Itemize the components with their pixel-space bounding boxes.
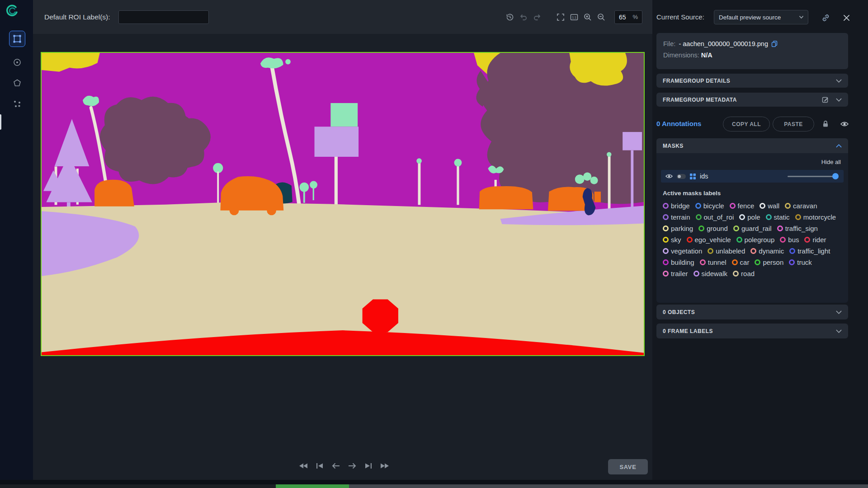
mask-label-terrain[interactable]: terrain <box>663 213 690 221</box>
mask-label-guard_rail[interactable]: guard_rail <box>733 225 772 232</box>
mask-label-rider[interactable]: rider <box>804 236 826 244</box>
mask-label-sidewalk[interactable]: sidewalk <box>693 270 728 277</box>
mask-color-dot <box>777 225 783 231</box>
scatter-points-tool-button[interactable] <box>9 96 25 112</box>
hide-all-link[interactable]: Hide all <box>661 158 844 170</box>
skip-to-last-button[interactable] <box>363 460 374 472</box>
copy-icon[interactable] <box>771 41 778 47</box>
mask-label-ground[interactable]: ground <box>698 225 728 232</box>
right-panel: Current Source: Default preview source <box>652 0 868 480</box>
mask-label-sky[interactable]: sky <box>663 236 681 244</box>
annotations-count: 0 Annotations <box>656 120 701 127</box>
segmentation-canvas[interactable] <box>41 52 645 356</box>
mask-label-truck[interactable]: truck <box>789 258 812 266</box>
mask-label-text: truck <box>797 258 812 266</box>
mask-label-fence[interactable]: fence <box>730 202 755 210</box>
slider-knob[interactable] <box>832 173 839 179</box>
mask-label-polegroup[interactable]: polegroup <box>736 236 775 244</box>
mask-color-dot <box>696 214 702 220</box>
mask-label-text: ego_vehicle <box>695 236 731 244</box>
fast-rewind-button[interactable] <box>297 460 309 472</box>
mask-label-car[interactable]: car <box>732 258 750 266</box>
mask-label-pole[interactable]: pole <box>739 213 760 221</box>
source-dropdown[interactable]: Default preview source <box>714 10 808 24</box>
mask-label-bus[interactable]: bus <box>780 236 799 244</box>
mask-label-static[interactable]: static <box>766 213 790 221</box>
mask-label-text: traffic_light <box>797 247 830 255</box>
circle-tool-button[interactable] <box>9 54 25 70</box>
mask-label-tunnel[interactable]: tunnel <box>700 258 726 266</box>
undo-icon[interactable] <box>517 10 530 24</box>
copy-all-button[interactable]: COPY ALL <box>723 117 770 131</box>
file-name: - aachen_000000_000019.png <box>679 40 768 47</box>
redo-icon[interactable] <box>530 10 544 24</box>
mask-color-dot <box>663 237 669 243</box>
mask-color-dot <box>733 225 739 231</box>
dimensions-value: N/A <box>701 52 712 59</box>
mask-label-dynamic[interactable]: dynamic <box>750 247 784 255</box>
mask-label-trailer[interactable]: trailer <box>663 270 688 277</box>
mask-label-text: parking <box>671 225 693 232</box>
mask-label-person[interactable]: person <box>755 258 783 266</box>
mask-label-text: person <box>763 258 783 266</box>
edit-icon[interactable] <box>822 96 829 103</box>
close-icon[interactable] <box>841 12 852 23</box>
mask-label-building[interactable]: building <box>663 258 694 266</box>
mask-label-out_of_roi[interactable]: out_of_roi <box>696 213 734 221</box>
objects-header[interactable]: 0 OBJECTS <box>656 305 848 319</box>
framegroup-details-header[interactable]: FRAMEGROUP DETAILS <box>656 74 848 88</box>
fit-to-screen-icon[interactable] <box>554 10 567 24</box>
visibility-icon[interactable] <box>839 118 850 129</box>
bounding-box-tool-button[interactable] <box>9 31 25 47</box>
mask-label-unlabeled[interactable]: unlabeled <box>708 247 745 255</box>
next-frame-button[interactable] <box>346 460 358 472</box>
mask-label-ego_vehicle[interactable]: ego_vehicle <box>687 236 731 244</box>
opacity-slider[interactable] <box>788 176 837 177</box>
zoom-in-icon[interactable] <box>581 10 594 24</box>
polygon-tool-button[interactable] <box>9 75 25 91</box>
mask-label-text: bicycle <box>703 202 724 210</box>
history-icon[interactable] <box>503 10 517 24</box>
mask-color-dot <box>789 248 795 254</box>
mask-label-parking[interactable]: parking <box>663 225 693 232</box>
zoom-out-icon[interactable] <box>594 10 608 24</box>
mask-label-traffic_sign[interactable]: traffic_sign <box>777 225 818 232</box>
mask-color-dot <box>700 259 706 265</box>
mask-color-dot <box>804 237 810 243</box>
instance-grid-icon[interactable] <box>690 174 696 179</box>
actual-size-icon[interactable]: 1:1 <box>567 10 581 24</box>
paste-button[interactable]: PASTE <box>773 117 814 131</box>
left-toolbar <box>0 0 33 484</box>
segmentation-image <box>42 53 644 355</box>
previous-frame-button[interactable] <box>330 460 342 472</box>
mask-label-road[interactable]: road <box>733 270 755 277</box>
fast-forward-button[interactable] <box>379 460 391 472</box>
roi-input[interactable] <box>118 10 209 24</box>
taskbar-gray-segment <box>349 484 868 488</box>
frame-navigation <box>297 460 391 472</box>
mask-label-caravan[interactable]: caravan <box>785 202 817 210</box>
zoom-level-input[interactable]: 65 % <box>614 10 642 24</box>
frame-labels-header[interactable]: 0 FRAME LABELS <box>656 324 848 338</box>
mask-label-vegetation[interactable]: vegetation <box>663 247 702 255</box>
skip-to-first-button[interactable] <box>314 460 326 472</box>
app-window: Default ROI Label(s): <box>0 0 868 488</box>
mask-label-bicycle[interactable]: bicycle <box>695 202 724 210</box>
mask-label-wall[interactable]: wall <box>760 202 779 210</box>
mask-color-dot <box>693 271 699 277</box>
active-masks-labels-title: Active masks labels <box>663 190 842 197</box>
eye-icon[interactable] <box>665 174 673 179</box>
mask-label-motorcycle[interactable]: motorcycle <box>795 213 836 221</box>
mask-label-text: sky <box>671 236 681 244</box>
mask-label-traffic_light[interactable]: traffic_light <box>789 247 830 255</box>
masks-layer-row[interactable]: ids <box>661 170 844 183</box>
lock-icon[interactable] <box>820 118 831 129</box>
link-icon[interactable] <box>820 12 831 23</box>
framegroup-metadata-header[interactable]: FRAMEGROUP METADATA <box>656 93 848 107</box>
layer-toggle[interactable] <box>677 174 686 179</box>
save-button[interactable]: SAVE <box>608 459 648 474</box>
mask-label-bridge[interactable]: bridge <box>663 202 690 210</box>
masks-header[interactable]: MASKS <box>656 138 848 153</box>
chevron-down-icon <box>836 79 842 83</box>
mask-color-dot <box>687 237 693 243</box>
